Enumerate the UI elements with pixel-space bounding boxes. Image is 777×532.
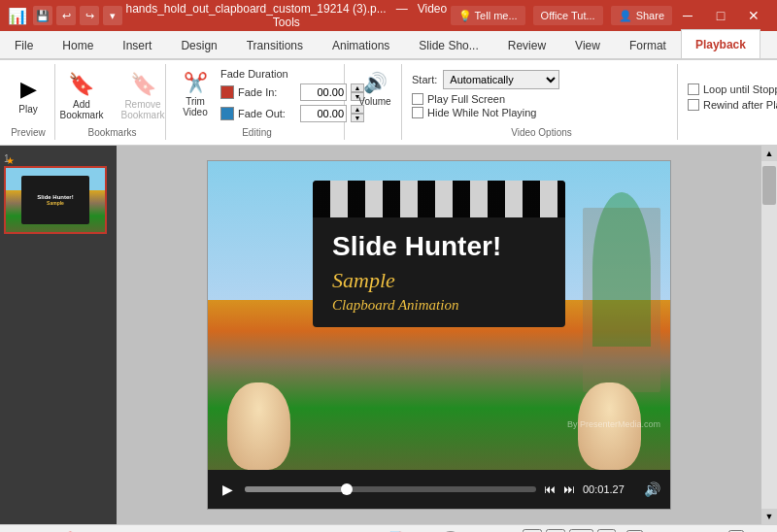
fade-in-input[interactable] bbox=[300, 83, 347, 101]
loop-row: Loop until Stopped bbox=[688, 83, 777, 95]
maximize-button[interactable]: □ bbox=[705, 0, 736, 31]
trim-label: TrimVideo bbox=[183, 96, 207, 117]
normal-view-button[interactable]: ⊞ bbox=[523, 529, 542, 533]
scroll-down-button[interactable]: ▼ bbox=[761, 509, 777, 524]
star-badge: ★ bbox=[6, 155, 15, 166]
scroll-up-button[interactable]: ▲ bbox=[761, 146, 777, 161]
add-bookmark-button[interactable]: 🔖 AddBookmark bbox=[52, 67, 110, 125]
tab-animations[interactable]: Animations bbox=[318, 31, 404, 58]
tab-view[interactable]: View bbox=[560, 31, 615, 58]
tab-slideshow[interactable]: Slide Sho... bbox=[404, 31, 492, 58]
play-label: Play bbox=[18, 104, 37, 115]
tab-file[interactable]: File bbox=[0, 31, 48, 58]
play-full-screen-checkbox[interactable] bbox=[412, 93, 423, 105]
start-row: Start: Automatically On Click In Click S… bbox=[412, 70, 559, 89]
group-preview: ▶ Play Preview bbox=[2, 64, 55, 140]
tab-format[interactable]: Format bbox=[615, 31, 681, 58]
scroll-thumb[interactable] bbox=[762, 166, 776, 205]
group-editing-label: Editing bbox=[176, 125, 338, 138]
remove-bookmark-button[interactable]: 🔖 RemoveBookmark bbox=[115, 67, 172, 125]
fade-out-input[interactable] bbox=[300, 105, 347, 122]
slide-number: 1 ★ bbox=[4, 153, 113, 164]
group-volume: 🔊 Volume . bbox=[349, 64, 402, 140]
fade-in-label: Fade In: bbox=[238, 86, 296, 98]
remove-bookmark-label: RemoveBookmark bbox=[121, 99, 165, 120]
title-bar: 📊 💾 ↩ ↪ ▾ hands_hold_out_clapboard_custo… bbox=[0, 0, 777, 31]
right-scrollbar: ▲ ▼ bbox=[761, 146, 777, 524]
tab-playback[interactable]: Playback bbox=[681, 29, 760, 58]
group-editing: ✂️ TrimVideo Fade Duration Fade In: ▲ ▼ bbox=[170, 64, 345, 140]
title-bar-controls: 💾 ↩ ↪ ▾ bbox=[33, 6, 122, 25]
right-hand bbox=[578, 363, 646, 470]
main-area: 1 ★ Slide Hunter! Sample bbox=[0, 146, 777, 524]
tab-insert[interactable]: Insert bbox=[108, 31, 166, 58]
video-play-button[interactable]: ▶ bbox=[218, 482, 237, 497]
slide-sorter-button[interactable]: ⊟ bbox=[546, 529, 565, 533]
start-select[interactable]: Automatically On Click In Click Sequence bbox=[443, 70, 559, 89]
video-options-items: Start: Automatically On Click In Click S… bbox=[412, 66, 559, 118]
clapboard: Slide Hunter! Sample Clapboard Animation bbox=[313, 181, 565, 327]
slideshow-button[interactable]: ▶ bbox=[597, 529, 616, 533]
hide-while-not-checkbox[interactable] bbox=[412, 107, 423, 118]
undo-button[interactable]: ↩ bbox=[56, 6, 76, 25]
tab-design[interactable]: Design bbox=[166, 31, 231, 58]
title-right: 💡 Tell me... Office Tut... 👤 Share bbox=[451, 6, 672, 25]
rewind-row: Rewind after Playing bbox=[688, 99, 777, 111]
fade-out-label: Fade Out: bbox=[238, 108, 296, 119]
filename: hands_hold_out_clapboard_custom_19214 (3… bbox=[126, 2, 387, 16]
group-right-options: Loop until Stopped Rewind after Playing … bbox=[682, 64, 777, 140]
play-button[interactable]: ▶ Play bbox=[7, 72, 50, 119]
trim-icon: ✂️ bbox=[184, 71, 208, 94]
skip-back-button[interactable]: ⏮ bbox=[544, 482, 556, 496]
tell-me-button[interactable]: 💡 Tell me... bbox=[451, 6, 525, 25]
loop-checkbox[interactable] bbox=[688, 83, 699, 95]
progress-fill bbox=[245, 486, 347, 492]
slide-frame: Slide Hunter! Sample Clapboard Animation… bbox=[207, 160, 671, 510]
clap-top bbox=[313, 181, 565, 217]
group-preview-label: Preview bbox=[8, 125, 49, 138]
rewind-label: Rewind after Playing bbox=[703, 99, 777, 111]
right-options-items: Loop until Stopped Rewind after Playing bbox=[688, 66, 777, 111]
group-bookmarks-label: Bookmarks bbox=[65, 125, 159, 138]
tab-review[interactable]: Review bbox=[493, 31, 560, 58]
editing-items: ✂️ TrimVideo Fade Duration Fade In: ▲ ▼ bbox=[176, 66, 364, 124]
volume-control[interactable]: 🔊 bbox=[644, 482, 660, 497]
tab-home[interactable]: Home bbox=[48, 31, 108, 58]
ribbon-tab-bar: File Home Insert Design Transitions Anim… bbox=[0, 31, 777, 60]
remove-bookmark-icon: 🔖 bbox=[130, 72, 156, 97]
slide-content-area: Slide Hunter! Sample Clapboard Animation… bbox=[117, 146, 761, 524]
slide-item-1[interactable]: 1 ★ Slide Hunter! Sample bbox=[4, 153, 113, 234]
skip-forward-button[interactable]: ⏭ bbox=[563, 482, 575, 496]
group-video-options-label: Video Options bbox=[412, 125, 671, 138]
title-center: hands_hold_out_clapboard_custom_19214 (3… bbox=[122, 2, 451, 29]
volume-button[interactable]: 🔊 Volume bbox=[352, 66, 397, 112]
slide-thumbnail: Slide Hunter! Sample bbox=[4, 166, 107, 234]
redo-button[interactable]: ↪ bbox=[80, 6, 99, 25]
minimize-button[interactable]: ─ bbox=[672, 0, 703, 31]
fade-out-row: Fade Out: ▲ ▼ bbox=[220, 105, 364, 122]
share-button[interactable]: 👤 Share bbox=[611, 6, 672, 25]
clap-body: Slide Hunter! Sample Clapboard Animation bbox=[313, 217, 565, 327]
rewind-checkbox[interactable] bbox=[688, 99, 699, 111]
hide-while-not-label: Hide While Not Playing bbox=[427, 107, 537, 118]
play-full-screen-row: Play Full Screen bbox=[412, 93, 559, 105]
trim-video-button[interactable]: ✂️ TrimVideo bbox=[176, 66, 215, 124]
progress-bar[interactable] bbox=[245, 486, 536, 492]
video-background: Slide Hunter! Sample Clapboard Animation… bbox=[208, 161, 670, 470]
slide-panel: 1 ★ Slide Hunter! Sample bbox=[0, 146, 117, 524]
fade-controls: Fade Duration Fade In: ▲ ▼ Fade Out: ▲ bbox=[220, 66, 364, 124]
fade-out-swatch bbox=[220, 107, 234, 120]
scroll-track bbox=[761, 161, 777, 509]
office-tut-button[interactable]: Office Tut... bbox=[533, 6, 603, 25]
clap-title: Slide Hunter! bbox=[332, 231, 546, 262]
customize-button[interactable]: ▾ bbox=[103, 6, 122, 25]
close-button[interactable]: ✕ bbox=[738, 0, 769, 31]
bookmark-items: 🔖 AddBookmark 🔖 RemoveBookmark bbox=[52, 66, 171, 125]
tab-transitions[interactable]: Transitions bbox=[232, 31, 318, 58]
save-button[interactable]: 💾 bbox=[33, 6, 52, 25]
person-icon: 👤 bbox=[619, 10, 632, 22]
volume-icon: 🔊 bbox=[363, 71, 388, 94]
reading-view-button[interactable]: 📖 bbox=[569, 529, 593, 533]
add-bookmark-icon: 🔖 bbox=[68, 72, 94, 97]
hide-while-not-row: Hide While Not Playing bbox=[412, 107, 559, 118]
